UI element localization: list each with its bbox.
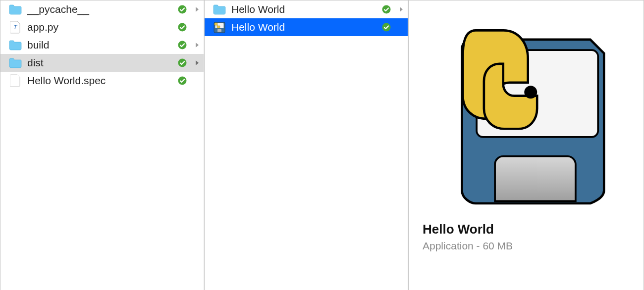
svg-point-12 <box>524 86 537 98</box>
finder-preview-pane: Hello World Application - 60 MB <box>408 0 644 290</box>
app-preview-icon <box>434 14 618 207</box>
file-label: Hello World.spec <box>27 75 172 87</box>
file-label: Hello World <box>231 21 376 33</box>
svg-text:T: T <box>13 23 17 31</box>
finder-column-2[interactable]: Hello World Hello World <box>204 0 408 290</box>
chevron-right-icon <box>193 60 202 66</box>
file-row-dist[interactable]: dist <box>0 54 204 72</box>
finder-column-1[interactable]: __pycache__ T app.py build <box>0 0 204 290</box>
folder-icon <box>8 38 22 52</box>
file-row-hello-world-folder[interactable]: Hello World <box>205 0 408 18</box>
status-ok-icon <box>177 57 188 68</box>
file-label: app.py <box>27 21 172 33</box>
app-icon <box>213 20 226 34</box>
file-label: Hello World <box>231 3 376 15</box>
folder-icon <box>8 56 22 70</box>
preview-subtitle: Application - 60 MB <box>423 240 630 252</box>
status-ok-icon <box>381 4 392 15</box>
chevron-right-icon <box>193 42 202 48</box>
file-row-pycache[interactable]: __pycache__ <box>0 0 204 18</box>
status-ok-icon <box>177 40 188 50</box>
finder-column-view: __pycache__ T app.py build <box>0 0 644 290</box>
file-row-hello-world-app[interactable]: Hello World <box>205 18 408 36</box>
chevron-right-icon <box>397 6 406 12</box>
svg-rect-9 <box>217 29 221 32</box>
folder-icon <box>8 2 22 16</box>
preview-title: Hello World <box>423 222 630 237</box>
file-row-hello-world-spec[interactable]: Hello World.spec <box>0 72 204 90</box>
chevron-right-icon <box>193 6 202 12</box>
status-ok-icon <box>381 22 392 33</box>
file-icon <box>8 74 22 88</box>
file-row-build[interactable]: build <box>0 36 204 54</box>
folder-icon <box>213 2 226 16</box>
status-ok-icon <box>177 75 188 86</box>
python-file-icon: T <box>8 20 22 34</box>
file-label: dist <box>27 57 172 69</box>
status-ok-icon <box>177 22 188 33</box>
file-label: build <box>27 39 172 51</box>
file-label: __pycache__ <box>27 3 172 15</box>
status-ok-icon <box>177 4 188 15</box>
file-row-app-py[interactable]: T app.py <box>0 18 204 36</box>
